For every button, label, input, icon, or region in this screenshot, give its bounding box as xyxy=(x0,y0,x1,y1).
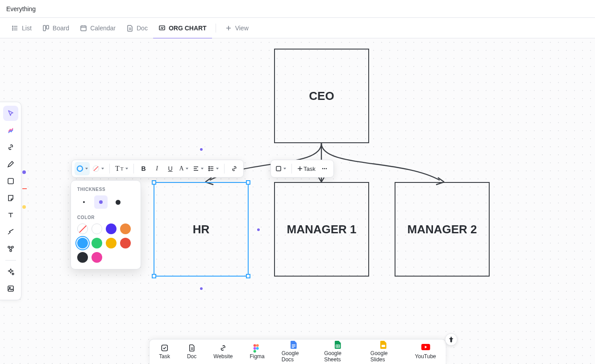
ai-tool[interactable] xyxy=(3,264,18,279)
swatch-green[interactable] xyxy=(92,238,102,248)
connector-tool[interactable] xyxy=(3,224,18,240)
add-view-button[interactable]: View xyxy=(220,18,254,38)
item-label: Figma xyxy=(250,353,264,360)
svg-point-21 xyxy=(324,168,325,170)
tool-palette xyxy=(0,102,21,300)
separator xyxy=(109,164,110,174)
svg-point-20 xyxy=(322,168,323,170)
svg-point-2 xyxy=(12,29,13,30)
resize-handle-nw[interactable] xyxy=(152,180,156,185)
thickness-label: THICKNESS xyxy=(77,187,134,192)
create-figma[interactable]: Figma xyxy=(250,344,264,360)
create-doc[interactable]: Doc xyxy=(187,344,196,360)
separator xyxy=(224,164,225,174)
svg-point-16 xyxy=(208,166,209,167)
node-label: CEO xyxy=(309,89,334,103)
tab-board[interactable]: Board xyxy=(37,18,75,38)
bold-button[interactable]: B xyxy=(137,162,150,175)
separator xyxy=(133,164,134,174)
svg-point-22 xyxy=(325,168,327,170)
svg-rect-19 xyxy=(276,166,281,171)
item-label: YouTube xyxy=(415,353,436,360)
create-bar: Task Doc Website Figma Google Docs xyxy=(149,339,446,364)
create-task[interactable]: Task xyxy=(159,344,170,360)
tab-list[interactable]: List xyxy=(6,18,37,38)
create-youtube[interactable]: YouTube xyxy=(415,344,436,360)
tab-calendar[interactable]: Calendar xyxy=(75,18,121,38)
resize-handle-sw[interactable] xyxy=(152,274,156,278)
resize-handle-se[interactable] xyxy=(246,274,250,278)
underline-button[interactable]: U xyxy=(164,162,177,175)
thickness-medium[interactable] xyxy=(94,195,108,209)
svg-point-18 xyxy=(208,170,209,171)
thickness-thin[interactable] xyxy=(77,195,91,209)
create-gsheets[interactable]: Google Sheets xyxy=(324,341,354,363)
pen-color-dot xyxy=(22,170,26,174)
swatch-teal[interactable] xyxy=(77,238,88,248)
stroke-color-button[interactable] xyxy=(75,162,90,175)
connect-point-bottom[interactable] xyxy=(199,286,204,291)
create-gslides[interactable]: Google Slides xyxy=(370,341,398,363)
create-gdocs[interactable]: Google Docs xyxy=(282,341,307,363)
svg-rect-3 xyxy=(43,25,46,31)
swatch-orange[interactable] xyxy=(120,223,131,234)
node-manager-1[interactable]: MANAGER 1 xyxy=(274,182,369,277)
pen-tool[interactable] xyxy=(3,157,18,172)
connect-point-top[interactable] xyxy=(199,147,204,152)
swatch-red[interactable] xyxy=(120,238,131,248)
tab-doc[interactable]: Doc xyxy=(121,18,153,38)
node-label: HR xyxy=(193,223,210,236)
svg-point-1 xyxy=(12,28,13,29)
swatch-dark[interactable] xyxy=(77,252,88,263)
more-button[interactable] xyxy=(318,162,331,175)
gslides-icon xyxy=(380,341,388,349)
swatch-yellow[interactable] xyxy=(106,238,117,248)
divider xyxy=(216,24,216,33)
resize-handle-ne[interactable] xyxy=(246,180,250,185)
italic-button[interactable]: I xyxy=(151,162,163,175)
swatch-pink[interactable] xyxy=(92,252,102,263)
image-tool[interactable] xyxy=(3,281,18,296)
list-button[interactable] xyxy=(206,162,221,175)
select-tool[interactable] xyxy=(3,106,18,121)
create-website[interactable]: Website xyxy=(213,344,233,360)
whiteboard-canvas[interactable]: CEO MANAGER 1 MANAGER 2 HR TT B xyxy=(0,38,595,364)
swatch-blue[interactable] xyxy=(106,223,117,234)
pin-bar-button[interactable] xyxy=(445,333,458,346)
sticky-tool[interactable] xyxy=(3,190,18,206)
gdocs-icon xyxy=(290,341,298,349)
clickup-tool[interactable] xyxy=(3,123,18,138)
shape-tool[interactable] xyxy=(3,174,18,189)
text-tool[interactable] xyxy=(3,207,18,223)
tab-label: Calendar xyxy=(90,25,116,32)
align-button[interactable] xyxy=(191,162,205,175)
workspace-title: Everything xyxy=(6,5,36,12)
format-toolbar: TT B I U A xyxy=(71,160,244,178)
figma-icon xyxy=(253,344,261,352)
svg-point-17 xyxy=(208,168,209,169)
add-task-button[interactable]: Task xyxy=(295,162,317,175)
connect-point-right[interactable] xyxy=(256,228,261,232)
flowchart-tool[interactable] xyxy=(3,241,18,256)
tab-org-chart[interactable]: ORG CHART xyxy=(153,18,212,38)
svg-point-28 xyxy=(254,350,256,353)
format-toolbar-right: Task xyxy=(270,160,334,178)
node-label: MANAGER 2 xyxy=(407,223,477,236)
swatch-white[interactable] xyxy=(92,223,102,234)
youtube-icon xyxy=(421,344,429,352)
board-icon xyxy=(42,25,50,32)
text-color-button[interactable]: A xyxy=(178,162,190,175)
node-manager-2[interactable]: MANAGER 2 xyxy=(395,182,490,277)
node-ceo[interactable]: CEO xyxy=(274,49,369,143)
thickness-thick[interactable] xyxy=(111,195,125,209)
separator xyxy=(291,164,292,174)
node-hr[interactable]: HR xyxy=(154,182,249,277)
fill-color-button[interactable] xyxy=(91,162,106,175)
font-size-button[interactable]: TT xyxy=(113,162,130,175)
svg-rect-4 xyxy=(46,25,49,29)
swatch-none[interactable] xyxy=(77,223,88,234)
shape-switch-button[interactable] xyxy=(274,162,288,175)
link-button[interactable] xyxy=(228,162,241,175)
link-tool[interactable] xyxy=(3,140,18,155)
svg-point-10 xyxy=(10,250,12,252)
